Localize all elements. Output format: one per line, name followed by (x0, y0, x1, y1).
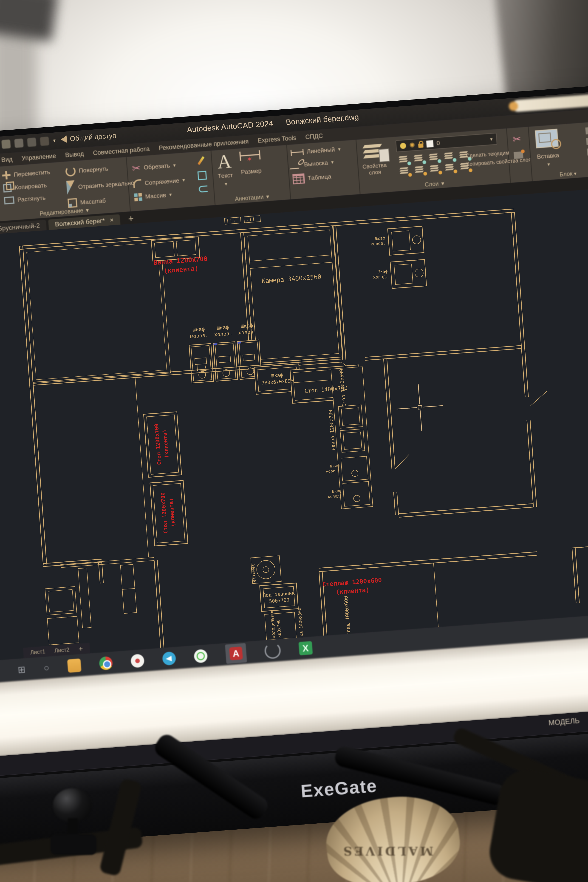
screen: ▾ Общий доступ Autodesk AutoCAD 2024 Вол… (0, 84, 588, 781)
plan-label: Шкаф (375, 236, 386, 241)
tab-collaborate[interactable]: Совместная работа (88, 145, 154, 157)
move-label: Переместить (14, 168, 50, 178)
monitor: ▾ Общий доступ Autodesk AutoCAD 2024 Вол… (0, 77, 588, 853)
copy-button[interactable]: Копировать (3, 180, 51, 192)
layer-off-icon[interactable] (399, 166, 412, 177)
tab-express-tools[interactable]: Express Tools (253, 134, 301, 144)
layer-thaw-all-icon[interactable] (429, 164, 443, 175)
explode-icon[interactable] (198, 171, 207, 180)
panel-layers: Свойства слоя ✺ 0 ▾ (356, 128, 511, 194)
table-button[interactable]: Таблица (292, 171, 343, 184)
search-bar[interactable] (512, 93, 588, 113)
plan-label: Стеллаж 1200х600 (322, 576, 382, 588)
layer-on-icon[interactable] (400, 143, 406, 149)
layer-properties-button[interactable]: Свойства слоя (361, 144, 387, 176)
layer-unlock-icon[interactable] (418, 143, 423, 148)
stretch-button[interactable]: Растянуть (4, 194, 52, 204)
explorer-icon[interactable] (67, 658, 81, 673)
quick-access-toolbar[interactable]: ▾ (0, 136, 56, 151)
undo-icon[interactable] (40, 137, 50, 146)
leader-label: Выноска (304, 159, 328, 168)
layer-properties-icon (363, 144, 384, 161)
layer-tools-grid (398, 150, 473, 177)
plan-label: (клиента) (336, 586, 370, 596)
edit-block-icon[interactable] (586, 137, 588, 145)
erase-icon[interactable] (198, 156, 205, 165)
tab-view[interactable]: Вид (0, 155, 17, 164)
insert-icon (535, 129, 559, 148)
layer-match-icon[interactable] (414, 165, 428, 176)
telegram-icon[interactable] (162, 651, 176, 666)
qat-dropdown-icon[interactable]: ▾ (53, 137, 56, 144)
save-icon[interactable] (14, 138, 24, 148)
file-tab-close-icon[interactable]: × (110, 216, 114, 224)
array-button[interactable]: Массив ▾ (134, 189, 186, 201)
document-title: Волжский берег.dwg (285, 113, 359, 127)
rotate-button[interactable]: Повернуть (65, 162, 134, 177)
dimension-label: Размер (241, 167, 262, 176)
layout-tab-1[interactable]: Лист1 (30, 648, 45, 656)
scale-label: Масштаб (80, 197, 106, 206)
layout-tab-add[interactable]: + (78, 645, 83, 653)
insert-button[interactable]: Вставка ▾ (535, 129, 560, 168)
layer-combo[interactable]: ✺ 0 ▾ (396, 133, 497, 152)
layer-combo-dropdown-icon[interactable]: ▾ (490, 136, 493, 142)
media-app-icon[interactable] (130, 654, 144, 668)
whatsapp-icon[interactable] (194, 649, 208, 663)
table-label: Таблица (308, 173, 332, 182)
layer-color-swatch (426, 140, 434, 147)
cut-icon[interactable]: ✂ (512, 133, 522, 145)
autocad-taskbar-active[interactable]: A (225, 643, 247, 664)
photo-of-monitor: ▾ Общий доступ Autodesk AutoCAD 2024 Вол… (0, 0, 588, 882)
share-label: Общий доступ (70, 131, 117, 143)
tab-manage[interactable]: Управление (17, 152, 61, 162)
layer-thaw-icon[interactable]: ✺ (409, 141, 415, 149)
text-label: Текст (218, 171, 233, 180)
panel-annotation-right: Линейный ▾ Выноска ▾ Таблица (287, 140, 360, 200)
layer-unlock2-icon[interactable] (444, 163, 458, 174)
insert-label: Вставка (537, 152, 560, 161)
new-file-tab-button[interactable]: + (128, 213, 134, 224)
linear-dim-button[interactable]: Линейный ▾ (291, 146, 341, 156)
create-block-icon[interactable] (585, 127, 588, 134)
plot-icon[interactable] (27, 138, 36, 147)
plan-label: Шкаф (240, 322, 253, 329)
layer-freeze-icon[interactable] (428, 153, 442, 164)
model-space-button[interactable]: МОДЕЛЬ (548, 716, 580, 727)
plan-label: Шкаф (271, 372, 283, 379)
layer-isolate-icon[interactable] (398, 155, 412, 166)
text-button[interactable]: A Текст ▾ (216, 152, 234, 188)
text-icon: A (217, 152, 232, 171)
sync-app-icon[interactable] (264, 642, 281, 659)
stretch-label: Растянуть (17, 194, 46, 203)
mirror-button[interactable]: Отразить зеркально (66, 176, 135, 195)
trim-scissors-icon: ✂ (132, 162, 141, 174)
rotate-icon (65, 166, 76, 177)
dimension-button[interactable]: ✶ Размер (239, 150, 262, 186)
drawing-canvas[interactable]: Ванна 1200х700 (клиента) Камера 3460х256… (0, 180, 588, 666)
paste-icon[interactable] (514, 152, 523, 159)
share-button[interactable]: Общий доступ (60, 131, 116, 143)
start-button-icon[interactable]: ⊞ (17, 664, 26, 675)
layer-lock-icon[interactable] (444, 152, 457, 162)
chrome-icon[interactable] (99, 656, 113, 670)
mirror-label: Отразить зеркально (78, 179, 134, 191)
move-button[interactable]: Переместить (2, 168, 50, 180)
excel-icon[interactable]: X (298, 641, 313, 655)
trim-button[interactable]: ✂ Обрезать ▾ (132, 159, 184, 174)
tab-spds[interactable]: СПДС (300, 132, 328, 141)
tab-output[interactable]: Вывод (60, 150, 89, 159)
leader-button[interactable]: Выноска ▾ (291, 158, 342, 169)
search-taskbar-icon[interactable]: ○ (44, 662, 50, 673)
autocad-icon: A (229, 646, 243, 660)
panel-modify2: ✂ Обрезать ▾ Сопряжение ▾ Массив ▾ (126, 150, 216, 212)
layout-tab-2[interactable]: Лист2 (54, 646, 70, 654)
fillet-button[interactable]: Сопряжение ▾ (133, 176, 185, 188)
plan-label: мороз. (326, 468, 340, 474)
block-attributes-icon[interactable] (587, 148, 588, 156)
open-file-icon[interactable] (2, 140, 11, 149)
background-corner-shadow (0, 0, 58, 41)
rotate-label: Повернуть (78, 165, 108, 174)
layer-unisolate-icon[interactable] (413, 154, 427, 165)
spline-edit-icon[interactable] (199, 185, 208, 192)
